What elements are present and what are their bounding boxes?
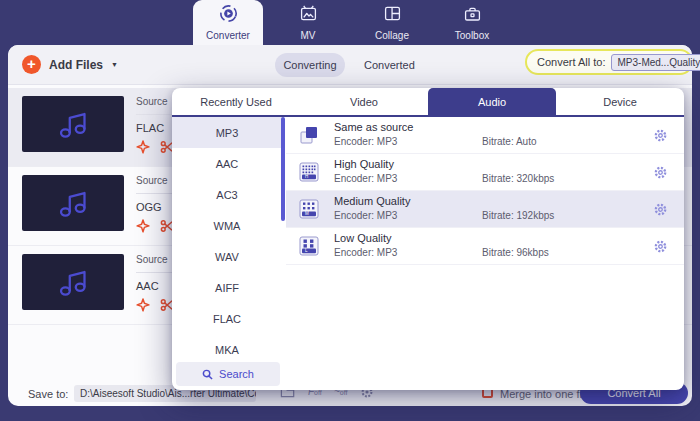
high-quality-icon: H [298,161,320,183]
profile-encoder: Encoder: MP3 [334,173,397,184]
file-source-label: Source [136,254,168,265]
low-quality-icon: L [298,235,320,257]
toggle-2-state: off [340,389,348,396]
format-item-label: AC3 [216,189,237,201]
format-item-mp3[interactable]: MP3 [172,117,282,148]
tab-converted-label: Converted [364,59,415,71]
mv-icon [299,4,318,27]
tab-collage[interactable]: Collage [360,0,424,45]
profile-settings-gear-icon[interactable] [653,128,668,143]
profile-bitrate: Bitrate: 192kbps [482,210,554,221]
profile-bitrate: Bitrate: Auto [482,136,536,147]
file-format-label: OGG [136,201,162,213]
profile-low-quality[interactable]: L Low Quality Encoder: MP3 Bitrate: 96kb… [286,228,684,265]
format-list-scrollbar[interactable] [281,117,285,221]
tab-converting-label: Converting [283,59,336,71]
profile-settings-gear-icon[interactable] [653,165,668,180]
format-item-wav[interactable]: WAV [172,241,282,272]
profile-name: Same as source [334,121,413,133]
plus-icon: + [22,55,41,74]
music-note-icon [54,184,92,222]
file-source-label: Source [136,175,168,186]
tab-device[interactable]: Device [556,88,684,115]
format-item-label: AAC [216,158,239,170]
format-item-mka[interactable]: MKA [172,334,282,365]
profile-name: Low Quality [334,232,391,244]
output-format-value: MP3-Med...Quality [617,57,700,68]
profile-name: High Quality [334,158,394,170]
converter-icon [219,4,238,27]
same-as-source-icon [298,124,320,146]
toolbar: + Add Files ▼ Converting Converted Conve… [8,45,692,85]
format-item-label: MKA [215,344,239,356]
search-icon [202,369,213,380]
medium-quality-icon: M [298,198,320,220]
profile-medium-quality[interactable]: M Medium Quality Encoder: MP3 Bitrate: 1… [286,191,684,228]
tab-toolbox-label: Toolbox [455,30,489,41]
format-item-label: FLAC [213,313,241,325]
tab-collage-label: Collage [375,30,409,41]
tab-video-label: Video [350,96,378,108]
tab-recently-used[interactable]: Recently Used [172,88,300,115]
music-note-icon [54,263,92,301]
format-item-label: AIFF [215,282,239,294]
profile-name: Medium Quality [334,195,410,207]
search-button[interactable]: Search [176,362,280,386]
toolbox-icon [463,4,482,27]
profile-settings-gear-icon[interactable] [653,202,668,217]
app-window: Converter MV Collage Toolbox + Add Files… [0,0,700,421]
tab-audio-label: Audio [478,96,506,108]
file-format-label: FLAC [136,122,164,134]
file-format-label: AAC [136,280,159,292]
convert-all-to-label: Convert All to: [537,56,605,68]
audio-thumbnail [22,254,124,310]
quality-badge: M [305,211,309,216]
profile-bitrate: Bitrate: 96kbps [482,247,549,258]
format-item-label: WAV [215,251,239,263]
search-label: Search [219,368,254,380]
format-picker-popup: Recently Used Video Audio Device MP3 AAC… [172,88,684,390]
tab-video[interactable]: Video [300,88,428,115]
profile-high-quality[interactable]: H High Quality Encoder: MP3 Bitrate: 320… [286,154,684,191]
tab-mv-label: MV [301,30,316,41]
profile-same-as-source[interactable]: Same as source Encoder: MP3 Bitrate: Aut… [286,117,684,154]
tab-converter-label: Converter [206,30,250,41]
tab-converter[interactable]: Converter [193,0,263,45]
audio-thumbnail [22,175,124,231]
format-item-label: MP3 [216,127,239,139]
profile-settings-gear-icon[interactable] [653,239,668,254]
tab-device-label: Device [603,96,637,108]
format-picker-tabs: Recently Used Video Audio Device [172,88,684,117]
format-item-label: WMA [214,220,241,232]
format-item-ac3[interactable]: AC3 [172,179,282,210]
format-item-aac[interactable]: AAC [172,148,282,179]
output-format-dropdown[interactable]: MP3-Med...Quality ▼ [611,54,700,71]
tab-recently-used-label: Recently Used [200,96,272,108]
add-files-label: Add Files [49,58,103,72]
format-item-flac[interactable]: FLAC [172,303,282,334]
tab-toolbox[interactable]: Toolbox [440,0,504,45]
add-files-button[interactable]: + Add Files ▼ [22,55,118,74]
convert-all-to-group: Convert All to: MP3-Med...Quality ▼ [525,49,693,75]
profile-encoder: Encoder: MP3 [334,247,397,258]
collage-icon [383,4,402,27]
edit-effect-icon[interactable] [136,219,150,233]
tab-converted[interactable]: Converted [356,53,423,77]
audio-thumbnail [22,96,124,152]
profile-encoder: Encoder: MP3 [334,136,397,147]
format-item-aiff[interactable]: AIFF [172,272,282,303]
edit-effect-icon[interactable] [136,140,150,154]
toggle-1-state: off [314,389,322,396]
edit-effect-icon[interactable] [136,298,150,312]
tab-converting[interactable]: Converting [275,53,345,77]
music-note-icon [54,105,92,143]
format-item-wma[interactable]: WMA [172,210,282,241]
quality-badge: H [305,174,308,179]
profile-encoder: Encoder: MP3 [334,210,397,221]
file-source-label: Source [136,96,168,107]
save-to-label: Save to: [28,388,68,400]
profile-bitrate: Bitrate: 320kbps [482,173,554,184]
tab-mv[interactable]: MV [278,0,338,45]
tab-audio[interactable]: Audio [428,88,556,115]
add-files-dropdown-icon[interactable]: ▼ [111,61,118,68]
